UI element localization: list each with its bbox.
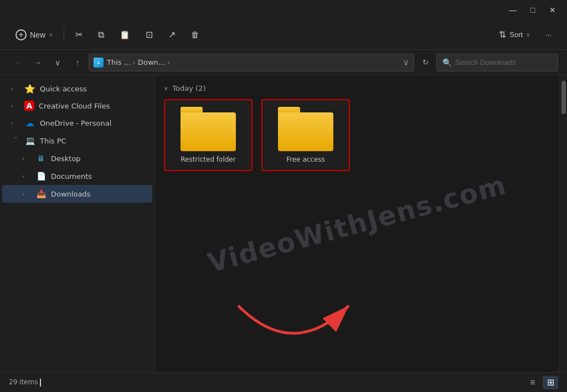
- status-count-label: 29 items: [9, 378, 38, 386]
- status-count: 29 items: [9, 378, 41, 386]
- sidebar-label-quick-access: Quick access: [40, 85, 87, 93]
- forward-button[interactable]: →: [29, 54, 47, 71]
- status-cursor: [40, 379, 41, 386]
- main-layout: › ⭐ Quick access › A Creative Cloud File…: [0, 75, 567, 372]
- recent-locations-button[interactable]: ∨: [49, 54, 66, 71]
- sort-dropdown-icon: ∨: [526, 32, 530, 38]
- sidebar-item-desktop[interactable]: › 🖥 Desktop: [2, 149, 152, 167]
- cut-button[interactable]: ✂: [69, 25, 89, 45]
- address-bar[interactable]: ↓ This ... › Down... › ∨: [89, 54, 414, 71]
- address-chevron-1: ›: [133, 59, 136, 66]
- sidebar-item-onedrive[interactable]: › ☁ OneDrive - Personal: [2, 114, 152, 132]
- new-dropdown-icon: ∨: [49, 32, 53, 38]
- creative-cloud-icon: A: [24, 101, 34, 111]
- address-dropdown-icon[interactable]: ∨: [403, 57, 409, 68]
- search-icon: 🔍: [442, 58, 452, 67]
- address-segment-1: This ...: [107, 58, 131, 66]
- new-button[interactable]: + New ∨: [9, 25, 59, 45]
- tiles-view-icon: ⊞: [547, 377, 554, 388]
- status-bar: 29 items ≡ ⊞: [0, 372, 567, 392]
- folder-body-free-access: [278, 112, 333, 151]
- back-button[interactable]: ←: [9, 54, 27, 71]
- scrollbar-track[interactable]: [559, 75, 567, 372]
- details-view-button[interactable]: ≡: [525, 376, 540, 389]
- folder-item-free-access[interactable]: Free access: [261, 99, 350, 171]
- folder-icon-free-access: [278, 107, 333, 151]
- sidebar-item-quick-access[interactable]: › ⭐ Quick access: [2, 80, 152, 97]
- toolbar: + New ∨ ✂ ⧉ 📋 ⊡ ↗ 🗑 ⇅ Sort ∨ ···: [0, 20, 567, 50]
- this-pc-icon: 💻: [24, 135, 35, 146]
- arrow-annotation: [188, 295, 399, 367]
- folder-icon-restricted: [181, 107, 236, 151]
- sort-icon: ⇅: [499, 29, 506, 40]
- folder-label-free-access: Free access: [286, 156, 325, 163]
- folder-body-restricted: [181, 112, 236, 151]
- sidebar-chevron-quick-access: ›: [11, 86, 20, 92]
- onedrive-icon: ☁: [24, 117, 35, 128]
- documents-icon: 📄: [35, 171, 47, 182]
- maximize-button[interactable]: □: [525, 4, 540, 16]
- sidebar-chevron-desktop: ›: [22, 156, 31, 162]
- folders-grid: Restricted folder Free access: [164, 99, 550, 171]
- close-button[interactable]: ✕: [545, 4, 560, 16]
- up-button[interactable]: ↑: [69, 54, 86, 71]
- refresh-button[interactable]: ↻: [416, 54, 434, 71]
- status-view-controls: ≡ ⊞: [525, 376, 558, 389]
- rename-icon: ⊡: [146, 29, 153, 40]
- title-bar: — □ ✕: [0, 0, 567, 20]
- new-plus-icon: +: [16, 29, 27, 40]
- scrollbar-thumb[interactable]: [561, 81, 566, 114]
- share-button[interactable]: ↗: [162, 25, 182, 45]
- copy-button[interactable]: ⧉: [91, 25, 111, 45]
- content-area: VideoWithJens.com ∨ Today (2) Restricted…: [155, 75, 559, 372]
- search-input[interactable]: [455, 58, 544, 66]
- paste-button[interactable]: 📋: [113, 25, 137, 45]
- sidebar-item-this-pc[interactable]: › 💻 This PC: [2, 132, 152, 149]
- sidebar-chevron-onedrive: ›: [11, 120, 20, 126]
- sidebar-label-this-pc: This PC: [40, 137, 66, 145]
- search-box[interactable]: 🔍: [436, 54, 558, 71]
- section-header-chevron: ∨: [164, 85, 168, 91]
- sidebar-label-desktop: Desktop: [51, 154, 81, 163]
- sidebar-item-creative-cloud[interactable]: › A Creative Cloud Files: [2, 97, 152, 114]
- sidebar-chevron-creative-cloud: ›: [11, 103, 20, 109]
- address-bar-row: ← → ∨ ↑ ↓ This ... › Down... › ∨ ↻ 🔍: [0, 50, 567, 75]
- sidebar: › ⭐ Quick access › A Creative Cloud File…: [0, 75, 155, 372]
- tiles-view-button[interactable]: ⊞: [543, 376, 558, 389]
- downloads-icon: 📥: [35, 188, 47, 199]
- address-segment-2: Down...: [138, 58, 165, 66]
- sidebar-chevron-documents: ›: [22, 173, 31, 179]
- rename-button[interactable]: ⊡: [139, 25, 159, 45]
- watermark: VideoWithJens.com: [204, 169, 510, 278]
- sidebar-chevron-this-pc: ›: [13, 136, 19, 145]
- sort-button[interactable]: ⇅ Sort ∨: [492, 25, 537, 45]
- section-header: ∨ Today (2): [164, 84, 550, 92]
- more-icon: ···: [545, 30, 551, 39]
- folder-label-restricted: Restricted folder: [181, 156, 235, 163]
- minimize-button[interactable]: —: [505, 4, 520, 16]
- more-button[interactable]: ···: [539, 25, 558, 45]
- sidebar-item-documents[interactable]: › 📄 Documents: [2, 167, 152, 185]
- sidebar-chevron-downloads: ›: [22, 191, 31, 197]
- address-chevron-2: ›: [167, 59, 170, 66]
- delete-button[interactable]: 🗑: [184, 25, 206, 45]
- copy-icon: ⧉: [98, 30, 104, 40]
- title-bar-controls: — □ ✕: [505, 4, 560, 16]
- sidebar-label-downloads: Downloads: [51, 190, 90, 198]
- sidebar-label-onedrive: OneDrive - Personal: [40, 119, 111, 127]
- desktop-icon: 🖥: [35, 153, 47, 164]
- sidebar-label-documents: Documents: [51, 172, 92, 180]
- address-icon: ↓: [94, 58, 104, 68]
- details-view-icon: ≡: [530, 378, 535, 388]
- paste-icon: 📋: [120, 30, 130, 40]
- share-icon: ↗: [168, 29, 176, 40]
- folder-item-restricted[interactable]: Restricted folder: [164, 99, 252, 171]
- delete-icon: 🗑: [191, 30, 199, 39]
- sidebar-label-creative-cloud: Creative Cloud Files: [39, 102, 110, 110]
- section-header-label: Today (2): [172, 84, 205, 92]
- sidebar-item-downloads[interactable]: › 📥 Downloads: [2, 185, 152, 203]
- toolbar-separator-1: [64, 28, 64, 42]
- new-label: New: [30, 30, 45, 39]
- quick-access-icon: ⭐: [24, 83, 35, 94]
- address-path: This ... › Down... ›: [107, 58, 170, 66]
